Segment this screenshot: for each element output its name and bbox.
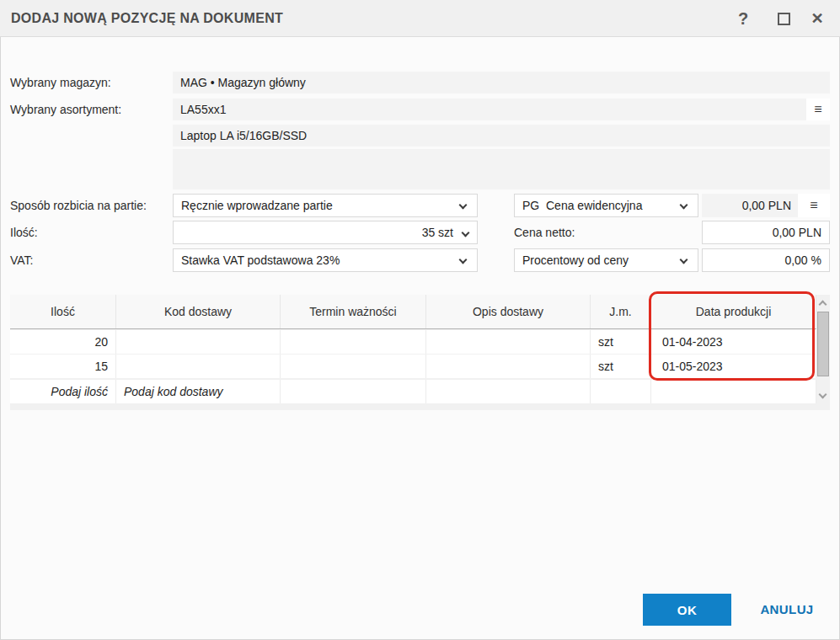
new-row-expiry-date-input[interactable] (281, 380, 426, 403)
dialog-title: DODAJ NOWĄ POZYCJĘ NA DOKUMENT (11, 0, 283, 37)
table-scrollbar[interactable] (816, 295, 830, 404)
new-row-quantity-input[interactable]: Podaj ilość (10, 380, 116, 403)
batch-split-value: Ręcznie wprowadzane partie (181, 199, 333, 212)
cell-production-date[interactable]: 01-04-2023 (651, 330, 816, 354)
vat-percent-field[interactable]: 0,00 % (702, 248, 830, 272)
chevron-down-icon (462, 229, 470, 237)
batch-split-label: Sposób rozbicia na partie: (10, 194, 147, 217)
column-header-production-date: Data produkcji (651, 295, 816, 328)
cell-delivery-desc[interactable] (426, 330, 591, 354)
batch-split-select[interactable]: Ręcznie wprowadzane partie (173, 194, 478, 217)
cell-delivery-desc[interactable] (426, 355, 591, 378)
warehouse-field: MAG • Magazyn główny (173, 72, 830, 93)
cell-unit[interactable]: szt (591, 330, 651, 354)
chevron-down-icon (680, 256, 688, 264)
cell-delivery-code[interactable] (116, 355, 281, 378)
new-row-delivery-code-input[interactable]: Podaj kod dostawy (116, 380, 281, 403)
cell-expiry-date[interactable] (281, 355, 426, 378)
assortment-picker-button[interactable]: ≡ (806, 99, 830, 120)
chevron-down-icon (459, 201, 468, 210)
item-description-extra-field (173, 149, 830, 189)
record-price-value: 0,00 PLN (742, 199, 791, 212)
chevron-down-icon (459, 256, 468, 264)
cell-unit[interactable]: szt (591, 355, 651, 378)
new-row-delivery-desc-input[interactable] (426, 380, 591, 403)
quantity-value: 35 szt (422, 226, 453, 239)
cell-production-date[interactable]: 01-05-2023 (651, 355, 816, 378)
new-row-production-date-input[interactable] (651, 380, 816, 403)
column-header-unit: J.m. (591, 295, 651, 328)
close-button[interactable]: ✕ (802, 0, 832, 37)
price-type-value: PG Cena ewidencyjna (522, 199, 642, 212)
cell-delivery-code[interactable] (116, 330, 281, 354)
price-type-select[interactable]: PG Cena ewidencyjna (514, 194, 698, 217)
maximize-button[interactable] (768, 0, 799, 37)
net-price-field[interactable]: 0,00 PLN (702, 221, 830, 244)
column-header-delivery-desc: Opis dostawy (426, 295, 591, 328)
assortment-field[interactable]: LA55xx1 (173, 99, 830, 120)
maximize-icon (778, 13, 790, 25)
ok-button[interactable]: OK (643, 594, 731, 626)
column-header-quantity: Ilość (10, 295, 116, 328)
net-price-label: Cena netto: (514, 221, 575, 244)
vat-rate-select[interactable]: Stawka VAT podstawowa 23% (173, 248, 478, 272)
chevron-down-icon (680, 201, 688, 210)
price-picker-button[interactable]: ≡ (798, 194, 830, 217)
scroll-up-icon[interactable] (819, 301, 827, 309)
menu-icon: ≡ (814, 103, 821, 116)
record-price-field: 0,00 PLN ≡ (702, 194, 830, 217)
scroll-down-icon[interactable] (819, 391, 827, 399)
titlebar: DODAJ NOWĄ POZYCJĘ NA DOKUMENT ? ✕ (0, 0, 840, 37)
cell-quantity[interactable]: 15 (10, 355, 116, 378)
vat-label: VAT: (10, 248, 34, 272)
menu-icon: ≡ (810, 199, 817, 212)
cell-expiry-date[interactable] (281, 330, 426, 354)
vat-rate-value: Stawka VAT podstawowa 23% (181, 253, 340, 267)
batches-table: Ilość Kod dostawy Termin ważności Opis d… (10, 295, 830, 410)
quantity-field[interactable]: 35 szt (173, 221, 478, 244)
close-icon: ✕ (811, 9, 823, 28)
table-row: 20 szt 01-04-2023 (10, 330, 816, 354)
cell-quantity[interactable]: 20 (10, 330, 116, 354)
column-header-delivery-code: Kod dostawy (116, 295, 281, 328)
scrollbar-thumb[interactable] (817, 312, 829, 376)
warehouse-label: Wybrany magazyn: (10, 71, 111, 94)
table-header-row: Ilość Kod dostawy Termin ważności Opis d… (10, 295, 816, 329)
cancel-button[interactable]: ANULUJ (745, 594, 829, 626)
item-description-field: Laptop LA i5/16GB/SSD (173, 125, 830, 147)
dialog-add-document-item: DODAJ NOWĄ POZYCJĘ NA DOKUMENT ? ✕ Wybra… (0, 0, 840, 640)
column-header-expiry-date: Termin ważności (281, 295, 426, 328)
help-icon: ? (738, 9, 748, 29)
vat-mode-select[interactable]: Procentowy od ceny (514, 248, 698, 272)
table-new-row: Podaj ilość Podaj kod dostawy (10, 380, 816, 403)
new-row-unit-input[interactable] (591, 380, 651, 403)
table-row: 15 szt 01-05-2023 (10, 355, 816, 378)
assortment-label: Wybrany asortyment: (10, 98, 121, 121)
vat-mode-value: Procentowy od ceny (522, 253, 629, 267)
quantity-label: Ilość: (10, 221, 38, 244)
help-button[interactable]: ? (728, 0, 758, 37)
